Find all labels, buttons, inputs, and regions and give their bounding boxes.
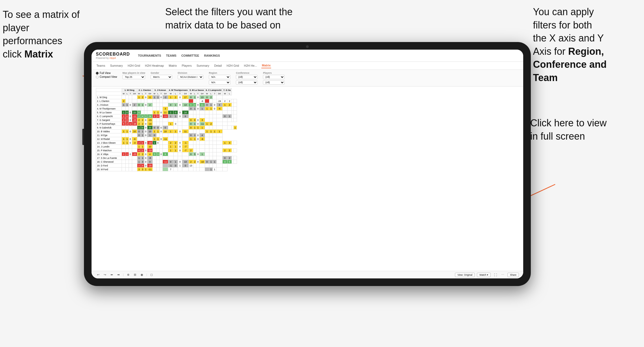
matrix-cell <box>122 149 126 152</box>
matrix-cell: 1 <box>168 122 173 126</box>
matrix-cell <box>173 137 178 141</box>
logo-powered: Powered by clippd <box>96 57 130 59</box>
nav-tournaments[interactable]: TOURNAMENTS <box>138 54 161 57</box>
matrix-cell <box>200 130 205 133</box>
matrix-cell <box>168 137 173 141</box>
matrix-cell <box>160 164 163 168</box>
matrix-cell <box>216 111 222 114</box>
matrix-cell: 13 <box>200 95 205 99</box>
matrix-cell <box>156 103 160 107</box>
view-original-button[interactable]: View: Original <box>455 273 475 277</box>
matrix-cell <box>178 168 182 171</box>
sub-nav: Teams Summary H2H Grid H2H Heatmap Matri… <box>92 62 523 70</box>
filter-gender-select[interactable]: Men's <box>151 75 172 79</box>
subnav-players[interactable]: Players <box>181 63 192 68</box>
matrix-cell <box>205 145 209 149</box>
nav-rankings[interactable]: RANKINGS <box>204 54 220 57</box>
matrix-cell: 0 <box>193 118 196 122</box>
toolbar-grid[interactable]: ⊞ <box>133 272 137 277</box>
nav-teams[interactable]: TEAMS <box>166 54 177 57</box>
matrix-cell <box>205 126 209 130</box>
subnav-matrix[interactable]: Matrix <box>168 63 177 68</box>
annotation-center: Select the filters you want the matrix d… <box>165 5 301 32</box>
player-name-cell: 15. P Maichon <box>96 149 122 152</box>
toolbar-square[interactable]: ◻ <box>149 272 154 277</box>
matrix-cell: 1 <box>200 126 205 130</box>
subnav-detail[interactable]: Detail <box>214 63 222 68</box>
toolbar-zoom-in[interactable]: ⊕ <box>126 272 131 277</box>
matrix-cell <box>144 107 147 111</box>
matrix-cell: 1 <box>137 145 141 149</box>
matrix-cell: -11 <box>132 114 137 118</box>
matrix-cell <box>126 168 129 171</box>
matrix-cell <box>126 149 129 152</box>
matrix-cell <box>209 118 213 122</box>
matrix-cell: 0 <box>188 133 193 137</box>
matrix-cell <box>147 99 152 103</box>
matrix-cell <box>168 99 173 103</box>
matrix-cell: 1 <box>196 126 200 130</box>
matrix-cell: 5 <box>122 122 126 126</box>
subnav-h2h-grid[interactable]: H2H Grid <box>127 63 141 68</box>
matrix-cell: -20 <box>147 164 152 168</box>
toolbar-back[interactable]: ⬅ <box>109 272 114 277</box>
matrix-cell <box>163 103 168 107</box>
share-button[interactable]: Share <box>508 273 519 277</box>
ann-right-bold2: Conference and <box>533 59 607 70</box>
subnav-teams[interactable]: Teams <box>96 63 106 68</box>
radio-full-view[interactable]: Full View <box>96 72 117 75</box>
filter-region-select-y[interactable]: N/A <box>209 80 230 85</box>
subnav-h2h-grid2[interactable]: H2H Grid <box>226 63 240 68</box>
matrix-cell: 2 <box>227 149 232 152</box>
filter-region-select-x[interactable]: N/A <box>209 75 230 79</box>
filter-division-select[interactable]: NCAA Division I <box>178 75 203 79</box>
filter-players-select-y[interactable]: (All) <box>263 80 285 85</box>
subnav-summary[interactable]: Summary <box>109 63 123 68</box>
matrix-cell <box>122 133 126 137</box>
matrix-cell: 1 <box>193 122 196 126</box>
matrix-cell <box>168 133 173 137</box>
matrix-cell: 1 <box>193 133 196 137</box>
table-row: 16. K Vilips210-25220433080501 <box>96 152 237 156</box>
radio-compact-view[interactable]: Compact View <box>96 75 117 78</box>
matrix-cell <box>213 95 216 99</box>
matrix-cell <box>137 137 141 141</box>
matrix-cell: 1 <box>209 130 213 133</box>
matrix-cell: 11 <box>163 111 168 114</box>
matrix-cell <box>178 137 182 141</box>
matrix-cell: 5 <box>227 160 232 164</box>
subnav-summary2[interactable]: Summary <box>196 63 210 68</box>
matrix-cell <box>144 137 147 141</box>
subnav-matrix-active[interactable]: Matrix <box>261 63 271 68</box>
toolbar-forward[interactable]: ➡ <box>116 272 121 277</box>
table-row: 4. M Thorbjornsen30101110-6 <box>96 107 237 111</box>
table-row: 1. W Ding12011110-2120170101302 <box>96 95 237 99</box>
matrix-cell: 0 <box>160 95 163 99</box>
nav-committee[interactable]: COMMITTEE <box>181 54 199 57</box>
toolbar-screen[interactable]: ⛶ <box>493 273 498 277</box>
toolbar-undo[interactable]: ↩ <box>96 272 100 277</box>
matrix-cell: 1 <box>129 122 132 126</box>
matrix-cell: 1 <box>168 111 173 114</box>
subnav-h2h-heatmap[interactable]: H2H Heatmap <box>144 63 164 68</box>
player-name-cell: 12. M Riedel <box>96 137 122 141</box>
matrix-cell <box>141 111 144 114</box>
filter-conference-select-x[interactable]: (All) <box>236 75 258 79</box>
matrix-cell: 7 <box>168 168 173 171</box>
filter-players-select-x[interactable]: (All) <box>263 75 285 79</box>
filter-max-players-select[interactable]: Top 25 <box>122 75 145 79</box>
matrix-cell: 2 <box>137 152 141 156</box>
filter-conference-select-y[interactable]: (All) <box>236 80 258 85</box>
matrix-cell <box>232 126 233 130</box>
matrix-cell <box>122 126 126 130</box>
subnav-h2h-he[interactable]: H2H He... <box>243 63 258 68</box>
toolbar-circle[interactable]: ◉ <box>139 272 144 277</box>
matrix-area[interactable]: 1. W Ding 2. L Clanton 3. J Koivun 4. M … <box>92 86 523 271</box>
toolbar-redo[interactable]: ↪ <box>103 272 107 277</box>
matrix-cell: 2 <box>122 99 126 103</box>
matrix-cell <box>160 145 163 149</box>
matrix-cell <box>222 122 227 126</box>
watch-button[interactable]: Watch ▾ <box>477 273 491 277</box>
toolbar-dots[interactable]: ⋯ <box>500 272 505 277</box>
matrix-cell <box>132 95 137 99</box>
